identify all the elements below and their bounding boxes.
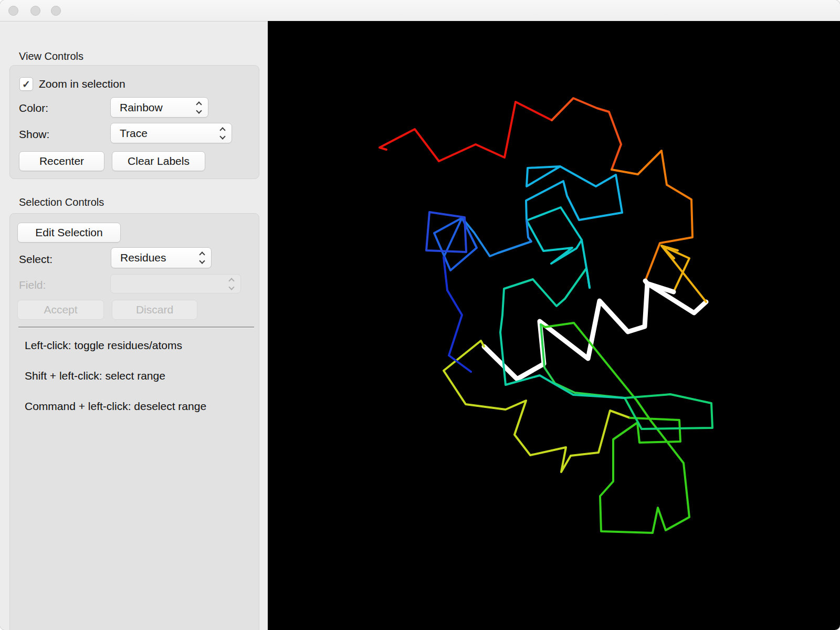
stepper (229, 279, 234, 289)
chevron-down-icon (199, 258, 205, 264)
chevron-down-icon (228, 284, 234, 290)
view-controls-title: View Controls (19, 50, 83, 62)
chevron-down-icon (219, 133, 225, 139)
trace-stroke (552, 98, 621, 170)
app-window: View Controls ✓ Zoom in selection Color:… (0, 0, 840, 630)
molecule-viewport[interactable] (268, 21, 840, 630)
chevron-up-icon (228, 278, 234, 284)
trace-stroke (526, 166, 622, 220)
field-select (110, 274, 241, 293)
zoom-window-button[interactable] (51, 6, 61, 16)
molecule-canvas (268, 21, 840, 630)
discard-button: Discard (112, 300, 197, 320)
titlebar (0, 0, 840, 22)
chevron-up-icon (196, 101, 202, 107)
select-mode-value: Residues (120, 251, 166, 264)
select-mode-select[interactable]: Residues (111, 247, 212, 268)
stepper (220, 128, 225, 139)
edit-selection-button[interactable]: Edit Selection (17, 223, 121, 243)
close-button[interactable] (8, 6, 18, 16)
chevron-up-icon (219, 127, 225, 133)
zoom-in-selection-label: Zoom in selection (39, 78, 125, 90)
trace-stroke (662, 246, 706, 302)
chevron-down-icon (196, 108, 202, 113)
color-label: Color: (19, 102, 48, 114)
divider (18, 327, 254, 328)
trace-stroke (434, 218, 477, 270)
field-label: Field: (19, 279, 46, 291)
sidebar: View Controls ✓ Zoom in selection Color:… (0, 22, 268, 630)
stepper (197, 102, 201, 113)
selected-trace-stroke (484, 284, 674, 379)
chevron-up-icon (199, 251, 205, 257)
trace-stroke (625, 394, 712, 429)
stepper (200, 253, 204, 263)
checkmark-icon: ✓ (22, 78, 30, 90)
help-line-command-click: Command + left-click: deselect range (25, 400, 206, 413)
accept-button: Accept (17, 300, 104, 320)
minimize-button[interactable] (30, 6, 40, 16)
recenter-button[interactable]: Recenter (19, 151, 104, 171)
color-select[interactable]: Rainbow (110, 97, 208, 118)
zoom-in-selection-checkbox[interactable]: ✓ (19, 77, 33, 91)
help-line-shift-click: Shift + left-click: select range (25, 370, 165, 382)
selection-controls-title: Selection Controls (19, 196, 104, 208)
show-label: Show: (19, 128, 49, 141)
trace-stroke (380, 102, 552, 161)
trace-stroke (444, 257, 471, 372)
show-select[interactable]: Trace (110, 123, 232, 143)
trace-stroke (612, 151, 692, 281)
show-select-value: Trace (120, 127, 148, 140)
clear-labels-button[interactable]: Clear Labels (112, 151, 205, 171)
trace-stroke (444, 341, 630, 472)
color-select-value: Rainbow (120, 101, 163, 114)
select-label: Select: (19, 253, 52, 266)
help-line-left-click: Left-click: toggle residues/atoms (25, 339, 182, 352)
